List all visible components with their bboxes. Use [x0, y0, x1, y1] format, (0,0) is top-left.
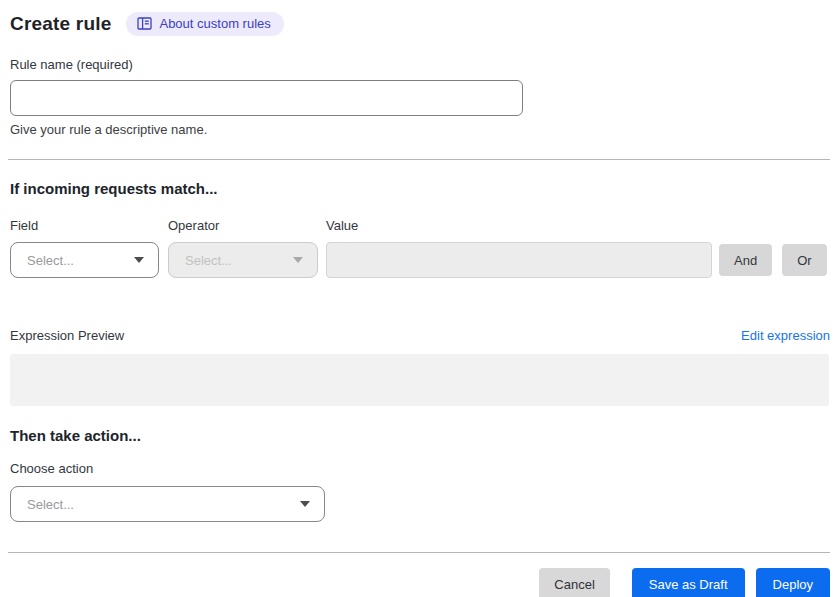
field-label: Field: [10, 218, 159, 233]
value-label: Value: [326, 218, 712, 233]
deploy-button[interactable]: Deploy: [756, 568, 830, 597]
field-select-value: Select...: [27, 253, 74, 268]
page-title: Create rule: [10, 13, 111, 35]
chevron-down-icon: [300, 501, 310, 507]
operator-select: Select...: [168, 242, 318, 278]
match-controls-row: Field Select... Operator Select... Value…: [10, 218, 830, 278]
operator-select-value: Select...: [185, 253, 232, 268]
badge-label: About custom rules: [159, 16, 270, 31]
create-rule-page: Create rule About custom rules Rule name…: [0, 0, 839, 597]
footer-actions: Cancel Save as Draft Deploy: [10, 568, 830, 597]
rule-name-label: Rule name (required): [10, 57, 830, 72]
rule-name-helper: Give your rule a descriptive name.: [10, 122, 830, 137]
book-icon: [137, 17, 152, 30]
value-input: [326, 242, 712, 278]
operator-label: Operator: [168, 218, 318, 233]
edit-expression-link[interactable]: Edit expression: [741, 328, 830, 343]
action-select-value: Select...: [27, 497, 74, 512]
expression-preview-box: [10, 354, 829, 406]
match-heading: If incoming requests match...: [10, 180, 830, 197]
field-select[interactable]: Select...: [10, 242, 159, 278]
divider-bottom: [8, 552, 830, 553]
expression-header: Expression Preview Edit expression: [10, 328, 830, 343]
operator-column: Operator Select...: [168, 218, 318, 278]
or-button[interactable]: Or: [782, 244, 826, 276]
action-select[interactable]: Select...: [10, 486, 325, 522]
header: Create rule About custom rules: [10, 10, 830, 36]
rule-name-input[interactable]: [10, 80, 523, 116]
cancel-button[interactable]: Cancel: [539, 568, 609, 597]
divider-top: [8, 159, 830, 160]
chevron-down-icon: [134, 257, 144, 263]
value-column: Value: [326, 218, 712, 278]
save-as-draft-button[interactable]: Save as Draft: [632, 568, 745, 597]
about-custom-rules-badge[interactable]: About custom rules: [126, 12, 283, 36]
chevron-down-icon: [293, 257, 303, 263]
expression-preview-label: Expression Preview: [10, 328, 124, 343]
field-column: Field Select...: [10, 218, 159, 278]
choose-action-label: Choose action: [10, 461, 830, 476]
and-button[interactable]: And: [719, 244, 772, 276]
action-heading: Then take action...: [10, 427, 830, 444]
